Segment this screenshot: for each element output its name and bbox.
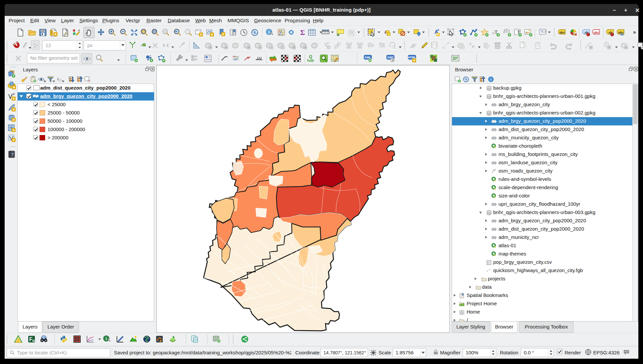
svg-text:KML: KML <box>365 56 371 59</box>
svg-text:1:1: 1:1 <box>163 31 167 33</box>
svg-text:abc: abc <box>594 31 599 34</box>
svg-text:abc: abc <box>559 31 565 34</box>
svg-text:Σ: Σ <box>300 28 305 36</box>
svg-text:b: b <box>506 28 508 31</box>
svg-text:abc: abc <box>618 31 623 34</box>
svg-text:c: c <box>508 29 510 32</box>
svg-text:i: i <box>490 77 491 81</box>
svg-text:hub: hub <box>307 58 314 62</box>
svg-text:a: a <box>504 29 505 32</box>
svg-text:ε: ε <box>57 76 59 81</box>
svg-text:F: F <box>29 336 33 342</box>
svg-text:?: ? <box>11 152 14 157</box>
svg-text:a: a <box>78 29 80 32</box>
svg-text:i: i <box>268 30 270 35</box>
